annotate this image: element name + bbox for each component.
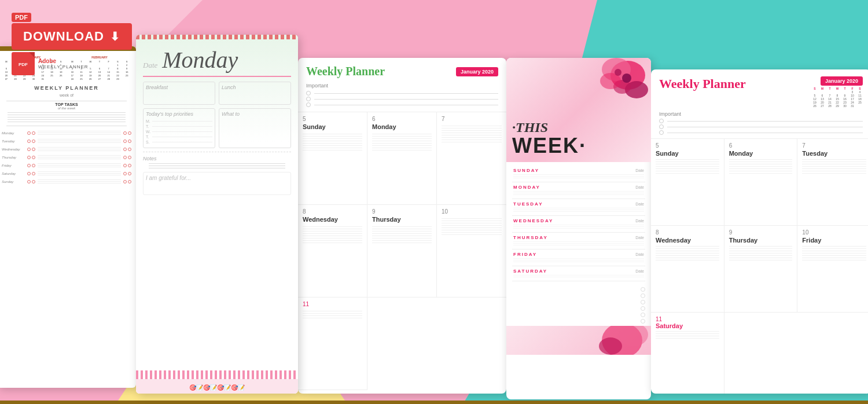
doc5-mini-calendar: S M T W T F S 34 567891011 (812, 87, 863, 108)
doc1-title: WEEKLY PLANNER (2, 85, 131, 91)
doc2-date-row: Date Monday (143, 46, 291, 74)
doc2-priorities-label: Today's top priorities (146, 111, 212, 117)
doc3-header: Weekly Planner January 2020 (298, 58, 506, 83)
doc2-what-to-label: What to (222, 111, 288, 117)
list-item: Friday (2, 162, 131, 168)
list-item: Monday (2, 130, 131, 136)
doc2-daily-planner: Date Monday Breakfast Lunch Today's top … (136, 35, 298, 394)
doc2-day-name: Monday (162, 46, 238, 74)
table-row: 10 Friday (797, 226, 868, 313)
list-item: SUNDAY Date (512, 166, 645, 182)
doc3-weekly-planner-green: Weekly Planner January 2020 Important 5 … (298, 58, 506, 394)
doc5-important-label: Important (651, 111, 868, 117)
doc5-header: Weekly Planner January 2020 S M T W T F … (651, 69, 868, 111)
doc2-date-label: Date (143, 61, 157, 70)
table-row: 11 (298, 298, 367, 390)
list-item: Sunday (2, 178, 131, 185)
table-row: 6 Monday (367, 112, 437, 205)
doc2-breakfast-label: Breakfast (146, 85, 212, 90)
svg-point-8 (615, 69, 621, 76)
list-item: SATURDAY Date (512, 266, 645, 281)
list-item: Tuesday (2, 138, 131, 144)
doc1-subtitle: of the week (2, 106, 131, 110)
table-row: 7 (437, 112, 506, 205)
doc4-this-week-floral: ·THIS WEEK· SUNDAY Date MONDAY Date (506, 58, 651, 399)
table-row: 8 Wednesday (651, 226, 724, 313)
list-item: FRIDAY Date (512, 249, 645, 266)
doc5-month-badge: January 2020 (821, 76, 863, 86)
download-arrow-icon: ⬇ (110, 30, 120, 43)
table-row: 9 Thursday (367, 205, 437, 298)
doc2-grateful-label: I am grateful for... (143, 172, 291, 195)
doc3-month-badge: January 2020 (456, 67, 498, 76)
doc2-top-border (136, 35, 298, 39)
doc5-title: Weekly Planner (659, 76, 746, 91)
doc2-meals: Breakfast Lunch (143, 82, 291, 105)
doc3-days-grid: 5 Sunday 6 Monday 7 8 (298, 112, 506, 390)
doc3-important-label: Important (298, 83, 506, 89)
list-item: WEDNESDAY Date (512, 216, 645, 233)
doc5-days-grid: 5 Sunday 6 Monday 7 Tuesday 8 (651, 138, 868, 394)
doc3-title: Weekly Planner (306, 65, 385, 78)
doc4-days-list: SUNDAY Date MONDAY Date TUESDAY (506, 162, 651, 285)
doc5-right-header: January 2020 S M T W T F S 34 (812, 76, 863, 108)
table-row: 6 Monday (724, 139, 798, 226)
doc4-week-text: WEEK· (512, 135, 645, 156)
doc1-weekly-list-planner: JANUARY MTWTFSS 12345 6789101112 1314151… (0, 46, 136, 388)
adobe-row: PDF Adobe WEEKLY PLANNER (12, 52, 132, 75)
doc4-floral-header: ·THIS WEEK· (506, 58, 651, 162)
table-row: 7 Tuesday (797, 139, 868, 226)
doc2-lunch-label: Lunch (222, 85, 288, 90)
table-row: 8 Wednesday (298, 205, 367, 298)
doc1-days: Monday Tuesday (2, 130, 131, 185)
table-row: 9 Thursday (724, 226, 798, 313)
svg-point-7 (622, 74, 631, 83)
doc1-week-of: week of (2, 93, 131, 97)
doc2-lunch-box: Lunch (219, 82, 291, 105)
svg-text:PDF: PDF (19, 62, 28, 67)
list-item: Wednesday (2, 146, 131, 152)
doc4-this-text: ·THIS (512, 120, 645, 135)
download-area: PDF DOWNLOAD ⬇ PDF Adobe WEEKLY PLANNER (12, 12, 132, 75)
planners-container: JANUARY MTWTFSS 12345 6789101112 1314151… (0, 29, 868, 404)
list-item: THURSDAY Date (512, 233, 645, 249)
list-item: Thursday (2, 154, 131, 160)
adobe-text: Adobe WEEKLY PLANNER (38, 58, 89, 69)
doc5-important-rows (651, 119, 868, 135)
table-row: 5 Sunday (651, 139, 724, 226)
doc1-task-lines (2, 112, 131, 122)
doc2-notes-label: Notes (143, 152, 291, 161)
table-row: 10 (437, 205, 506, 298)
table-row: 11 Saturday (651, 313, 724, 394)
doc3-important-lines (298, 91, 506, 107)
doc2-content: Date Monday Breakfast Lunch Today's top … (136, 39, 298, 202)
pdf-badge: PDF (12, 13, 31, 22)
doc2-pink-separator (143, 76, 291, 77)
doc2-what-to-box: What to (219, 108, 291, 148)
download-label: DOWNLOAD (23, 29, 104, 44)
list-item: MONDAY Date (512, 182, 645, 199)
doc5-weekly-planner-pink: Weekly Planner January 2020 S M T W T F … (651, 69, 868, 394)
list-item: Saturday (2, 170, 131, 177)
svg-point-11 (599, 337, 622, 355)
table-row: 5 Sunday (298, 112, 367, 205)
doc2-priorities-section: Today's top priorities M. T. W. T. S. Wh… (143, 108, 291, 148)
doc2-bottom-emoji-row: 🎯📝🎯📝🎯📝🎯📝 (136, 379, 298, 394)
doc2-priorities-box: Today's top priorities M. T. W. T. S. (143, 108, 215, 148)
download-button[interactable]: DOWNLOAD ⬇ (12, 23, 132, 50)
list-item: TUESDAY Date (512, 199, 645, 216)
doc2-breakfast-box: Breakfast (143, 82, 215, 105)
doc1-top-tasks-label: TOP TASKS (2, 102, 131, 106)
adobe-icon: PDF (12, 52, 35, 75)
doc4-this-week-text: ·THIS WEEK· (512, 120, 645, 156)
